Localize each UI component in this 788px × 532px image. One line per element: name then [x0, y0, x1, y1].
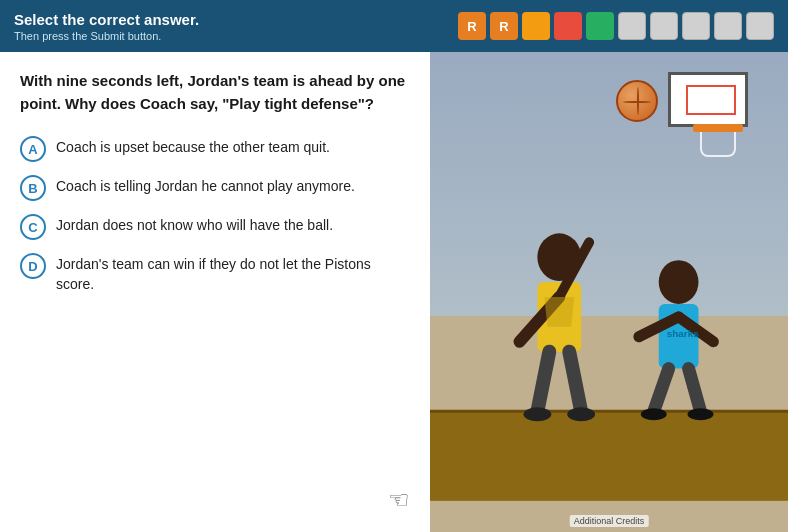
indicator-5: [586, 12, 614, 40]
indicator-6: [618, 12, 646, 40]
answer-d-circle: D: [20, 253, 46, 279]
main-content: With nine seconds left, Jordan's team is…: [0, 52, 788, 532]
answer-d[interactable]: D Jordan's team can win if they do not l…: [20, 252, 410, 294]
indicator-3: [522, 12, 550, 40]
page-title: Select the correct answer.: [14, 11, 199, 28]
answer-b[interactable]: B Coach is telling Jordan he cannot play…: [20, 174, 410, 201]
players-illustration: sharks: [430, 52, 788, 532]
svg-rect-0: [430, 411, 788, 501]
svg-line-7: [569, 352, 581, 412]
svg-text:sharks: sharks: [667, 328, 700, 339]
indicator-1: R: [458, 12, 486, 40]
answer-b-text: Coach is telling Jordan he cannot play a…: [56, 174, 355, 197]
progress-indicators: R R: [458, 12, 774, 40]
indicator-7: [650, 12, 678, 40]
indicator-10: [746, 12, 774, 40]
svg-point-16: [641, 408, 667, 420]
answers-list: A Coach is upset because the other team …: [20, 135, 410, 294]
answer-a[interactable]: A Coach is upset because the other team …: [20, 135, 410, 162]
answer-d-text: Jordan's team can win if they do not let…: [56, 252, 410, 294]
svg-point-17: [688, 408, 714, 420]
answer-c-text: Jordan does not know who will have the b…: [56, 213, 333, 236]
header-text: Select the correct answer. Then press th…: [14, 11, 199, 42]
answer-c[interactable]: C Jordan does not know who will have the…: [20, 213, 410, 240]
answer-b-circle: B: [20, 175, 46, 201]
left-panel: With nine seconds left, Jordan's team is…: [0, 52, 430, 532]
answer-c-circle: C: [20, 214, 46, 240]
question-text: With nine seconds left, Jordan's team is…: [20, 70, 410, 115]
right-panel: sharks Additional Credits: [430, 52, 788, 532]
answer-a-circle: A: [20, 136, 46, 162]
indicator-2: R: [490, 12, 518, 40]
indicator-8: [682, 12, 710, 40]
page-subtitle: Then press the Submit button.: [14, 30, 199, 42]
svg-line-14: [654, 369, 669, 412]
svg-point-9: [567, 407, 595, 421]
cursor-icon: ☜: [388, 486, 410, 514]
svg-line-15: [689, 369, 701, 412]
additional-credits-label: Additional Credits: [570, 515, 649, 527]
svg-point-8: [523, 407, 551, 421]
svg-point-10: [659, 260, 699, 304]
indicator-9: [714, 12, 742, 40]
indicator-4: [554, 12, 582, 40]
answer-a-text: Coach is upset because the other team qu…: [56, 135, 330, 158]
svg-line-6: [537, 352, 549, 412]
top-bar: Select the correct answer. Then press th…: [0, 0, 788, 52]
